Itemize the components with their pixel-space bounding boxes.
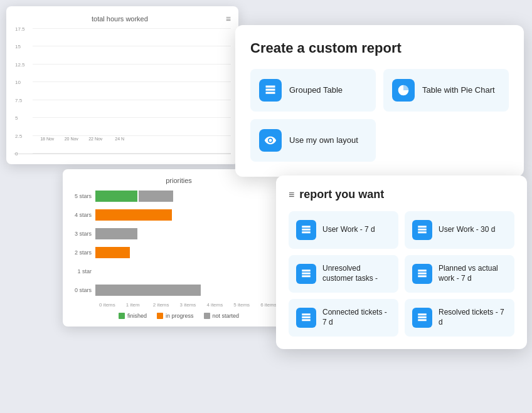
user-work-30d-button[interactable]: User Work - 30 d — [405, 211, 514, 249]
legend-item-notstarted: not started — [204, 313, 240, 319]
priorities-title: priorities — [70, 177, 287, 184]
choose-report-header: ≡ report you want — [289, 188, 514, 201]
bar-group: 24 N — [110, 134, 130, 141]
h-bar-row: 5 stars — [70, 189, 287, 203]
x-axis-label: 0 items — [99, 302, 126, 308]
legend-color-finished — [119, 313, 125, 319]
choose-report-card: ≡ report you want User Work - 7 d User W… — [276, 175, 527, 349]
custom-report-card: Create a custom report Grouped Table Tab… — [235, 25, 524, 177]
bar-segment-orange — [95, 209, 172, 221]
planned-vs-actual-button[interactable]: Planned vs actual work - 7 d — [405, 255, 514, 293]
own-layout-icon — [259, 129, 282, 152]
grid-label: 10 — [15, 80, 21, 85]
own-layout-label: Use my own layout — [289, 135, 358, 146]
user-work-30d-label: User Work - 30 d — [439, 225, 495, 235]
priorities-card: priorities 5 stars 4 stars 3 stars 2 sta… — [63, 169, 295, 327]
resolved-tickets-label: Resolved tickets - 7 d — [439, 308, 507, 327]
user-work-7d-button[interactable]: User Work - 7 d — [289, 211, 398, 249]
grid-label: 2.5 — [15, 133, 22, 139]
grid-label: 7.5 — [15, 97, 22, 103]
bar-segment-green — [95, 191, 137, 202]
bars-area: 18 Nov 20 Nov 22 Nov 24 N — [33, 29, 231, 141]
user-work-7d-label: User Work - 7 d — [322, 225, 375, 235]
vertical-chart: 17.5 15 12.5 10 7.5 5 2.5 0 18 Nov 20 No… — [14, 29, 231, 154]
bar-segment-gray — [95, 228, 137, 239]
choose-options-grid: User Work - 7 d User Work - 30 d Unresol… — [289, 211, 514, 337]
h-bar-label: 1 star — [70, 268, 95, 274]
grid-label: 5 — [15, 115, 18, 121]
table-pie-chart-label: Table with Pie Chart — [422, 85, 495, 96]
planned-vs-actual-label: Planned vs actual work - 7 d — [439, 264, 507, 283]
h-bar-label: 3 stars — [70, 231, 95, 237]
bar-segment-gray — [95, 285, 201, 296]
grid-label: 0 — [15, 151, 18, 157]
h-bar-row: 2 stars — [70, 246, 287, 259]
grouped-table-label: Grouped Table — [289, 85, 343, 96]
planned-vs-actual-icon — [412, 264, 432, 284]
bar-chart-header: total hours worked ≡ — [14, 14, 231, 24]
h-bar-row: 1 star — [70, 264, 287, 278]
grouped-table-button[interactable]: Grouped Table — [250, 69, 376, 112]
bar-chart-title: total hours worked — [14, 15, 226, 23]
x-axis-label: 4 items — [206, 302, 233, 308]
h-bar-track — [95, 285, 287, 296]
bar-chart-card: total hours worked ≡ 17.5 15 12.5 10 7.5… — [6, 6, 238, 164]
h-bar-row: 4 stars — [70, 208, 287, 222]
bar-label: 22 Nov — [88, 137, 102, 141]
legend-label: in progress — [166, 313, 194, 319]
h-bar-label: 2 stars — [70, 249, 95, 256]
legend-item-finished: finished — [119, 313, 147, 319]
bar-label: 18 Nov — [40, 137, 54, 141]
choose-report-menu-icon[interactable]: ≡ — [289, 189, 294, 201]
table-svg-icon — [301, 312, 312, 323]
h-bar-row: 0 stars — [70, 283, 287, 297]
h-bar-track — [95, 209, 287, 221]
table-pie-chart-icon — [392, 79, 415, 102]
own-layout-button[interactable]: Use my own layout — [250, 119, 376, 162]
h-chart-area: 5 stars 4 stars 3 stars 2 stars — [70, 189, 287, 319]
pie-svg-icon — [397, 84, 410, 97]
x-axis: 0 items 1 item 2 items 3 items 4 items 5… — [99, 302, 287, 308]
bar-chart-menu-icon[interactable]: ≡ — [226, 14, 231, 24]
table-svg-icon — [417, 224, 428, 236]
bar-group: 22 Nov — [86, 134, 105, 141]
resolved-tickets-button[interactable]: Resolved tickets - 7 d — [405, 299, 514, 337]
h-bar-row: 3 stars — [70, 227, 287, 241]
legend: finished in progress not started — [70, 313, 287, 319]
h-bar-track — [95, 266, 287, 277]
connected-tickets-icon — [296, 308, 316, 328]
x-axis-label: 1 item — [126, 302, 153, 308]
grid-label: 17.5 — [15, 26, 25, 32]
custom-report-title: Create a custom report — [250, 40, 509, 56]
resolved-tickets-icon — [412, 308, 432, 328]
bar-group: 18 Nov — [38, 134, 57, 141]
user-work-30d-icon — [412, 220, 432, 240]
customer-tasks-label: Unresolved customer tasks - — [322, 264, 391, 283]
bar-label: 20 Nov — [65, 137, 78, 141]
h-bar-label: 5 stars — [70, 193, 95, 199]
bar-group — [183, 139, 202, 141]
bar-label: 24 N — [115, 137, 124, 141]
bar-group — [159, 139, 178, 141]
connected-tickets-label: Connected tickets - 7 d — [322, 308, 391, 327]
h-bar-label: 4 stars — [70, 212, 95, 218]
bar-group — [207, 139, 226, 141]
h-bar-track — [95, 191, 287, 202]
legend-item-inprogress: in progress — [157, 313, 194, 319]
bar-segment-orange — [95, 247, 130, 258]
legend-color-notstarted — [204, 313, 210, 319]
customer-tasks-button[interactable]: Unresolved customer tasks - — [289, 255, 398, 293]
bar-group — [134, 139, 154, 141]
user-work-7d-icon — [296, 220, 316, 240]
legend-color-inprogress — [157, 313, 163, 319]
report-options-grid: Grouped Table Table with Pie Chart Use m… — [250, 69, 509, 162]
h-bar-track — [95, 228, 287, 239]
table-pie-chart-button[interactable]: Table with Pie Chart — [383, 69, 509, 112]
x-axis-label: 3 items — [180, 302, 207, 308]
eye-svg-icon — [264, 134, 277, 147]
legend-label: finished — [127, 313, 147, 319]
connected-tickets-button[interactable]: Connected tickets - 7 d — [289, 299, 398, 337]
grid-label: 15 — [15, 44, 21, 50]
x-axis-label: 5 items — [233, 302, 260, 308]
table-svg-icon — [417, 268, 428, 280]
